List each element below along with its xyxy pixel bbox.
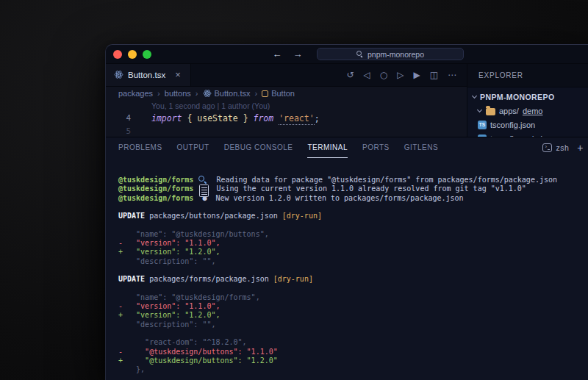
react-icon (203, 89, 212, 98)
next-change-icon[interactable]: ▷ (397, 70, 404, 80)
new-terminal-button[interactable] (577, 143, 584, 153)
split-editor-icon[interactable]: ◫ (430, 70, 438, 80)
command-center-search[interactable]: pnpm-monorepo (317, 48, 464, 60)
terminal-line: @tuskdesign/forms ● New version 1.2.0 wr… (118, 194, 588, 203)
tree-item-tsconfig-json[interactable]: tsconfig.json (467, 118, 588, 132)
previous-change-icon[interactable]: ◁ (363, 70, 370, 80)
terminal-line (118, 284, 588, 293)
breadcrumb-separator (157, 89, 160, 98)
zoom-window-button[interactable] (143, 50, 151, 59)
terminal-output[interactable]: @tuskdesign/forms Reading data for packa… (106, 158, 588, 380)
terminal-line: + "@tuskdesign/buttons": "1.2.0" (118, 356, 588, 365)
line-number: 5 (106, 125, 141, 137)
panel-tab-gitlens[interactable]: GITLENS (404, 137, 438, 158)
vscode-window: pnpm-monorepo Button.tsx ↺◁○▷▶◫⋯ package… (105, 44, 588, 380)
search-icon (198, 176, 207, 184)
back-icon[interactable] (270, 47, 284, 61)
breadcrumb-item[interactable]: packages (118, 89, 153, 98)
react-icon (114, 70, 123, 79)
panel-tab-debug-console[interactable]: DEBUG CONSOLE (224, 137, 293, 158)
breadcrumb-item[interactable]: Button (262, 89, 295, 98)
file-icon (198, 184, 207, 193)
history-nav (270, 47, 304, 61)
terminal-line (118, 203, 588, 212)
terminal-icon (542, 143, 552, 152)
panel-tabs: PROBLEMSOUTPUTDEBUG CONSOLETERMINALPORTS… (106, 137, 588, 158)
explorer-tree: PNPM-MONOREPO apps/demotsconfig.jsontsco… (467, 87, 588, 137)
editor-tab-bar: Button.tsx ↺◁○▷▶◫⋯ (106, 64, 467, 87)
panel-tab-ports[interactable]: PORTS (362, 137, 390, 158)
folder-icon (486, 108, 495, 115)
terminal-line (118, 221, 588, 229)
shell-label: zsh (556, 143, 569, 152)
tree-items: apps/demotsconfig.jsontsconfig.node.json (467, 104, 588, 137)
explorer-sidebar: EXPLORER PNPM-MONOREPO apps/demotsconfig… (467, 64, 588, 137)
line-number: 4 (106, 112, 141, 125)
terminal-line (118, 329, 588, 338)
breadcrumb-separator (254, 89, 257, 98)
code-line: 4 import { useState } from 'react'; (106, 112, 467, 125)
explorer-header: EXPLORER (467, 64, 588, 87)
ts-icon (478, 121, 487, 129)
breadcrumb-separator (196, 89, 198, 98)
terminal-line: - "@tuskdesign/buttons": "1.1.0" (118, 348, 588, 356)
terminal-line: "description": "", (118, 320, 588, 329)
terminal-line (118, 266, 588, 275)
traffic-lights (113, 50, 151, 59)
terminal-line: + "version": "1.2.0", (118, 311, 588, 320)
gitlens-blame-annotation: You, 1 second ago | 1 author (You) (151, 101, 467, 112)
compare-changes-icon[interactable]: ○ (380, 70, 387, 80)
terminal-line: "description": "", (118, 257, 588, 266)
chevron-down-icon (477, 107, 482, 112)
terminal-line: - "version": "1.1.0", (118, 302, 588, 311)
terminal-line: @tuskdesign/forms Reading data for packa… (118, 176, 588, 184)
terminal-line: - "version": "1.1.0", (118, 239, 588, 248)
terminal-line: }, (118, 365, 588, 374)
breadcrumb-item[interactable]: Button.tsx (203, 89, 251, 98)
terminal-instance-zsh[interactable]: zsh (542, 143, 569, 152)
run-icon[interactable]: ▶ (413, 70, 420, 80)
terminal-line: "name": "@tuskdesign/buttons", (118, 230, 588, 239)
search-icon (356, 51, 364, 58)
panel-tab-terminal[interactable]: TERMINAL (307, 137, 348, 158)
symbol-icon (262, 90, 268, 97)
terminal-line: + "version": "1.2.0", (118, 248, 588, 257)
desktop-background: pnpm-monorepo Button.tsx ↺◁○▷▶◫⋯ package… (0, 0, 588, 380)
close-window-button[interactable] (113, 50, 122, 59)
breadcrumb: packagesbuttonsButton.tsxButton (106, 87, 467, 101)
chevron-down-icon (472, 93, 477, 98)
tab-button-tsx[interactable]: Button.tsx (106, 64, 191, 86)
terminal-line: UPDATE packages/forms/package.json [dry-… (118, 275, 588, 284)
forward-icon[interactable] (291, 47, 304, 61)
close-tab-icon[interactable] (173, 69, 182, 80)
terminal-line: "react-dom": "^18.2.0", (118, 338, 588, 347)
code-line-clipped: 5 (106, 125, 467, 137)
more-actions-icon[interactable]: ⋯ (448, 70, 456, 80)
terminal-line: UPDATE packages/buttons/package.json [dr… (118, 212, 588, 221)
search-value: pnpm-monorepo (368, 50, 424, 59)
tree-item-tsconfig-node-json[interactable]: tsconfig.node.json (467, 132, 588, 137)
code-editor[interactable]: You, 1 second ago | 1 author (You) 4 imp… (106, 101, 467, 137)
minimize-window-button[interactable] (128, 50, 137, 59)
terminal-line: "name": "@tuskdesign/forms", (118, 293, 588, 302)
tree-item-apps-demo[interactable]: apps/demo (467, 104, 588, 118)
editor-actions: ↺◁○▷▶◫⋯ (346, 64, 467, 86)
timeline-icon[interactable]: ↺ (346, 70, 354, 80)
bottom-panel: PROBLEMSOUTPUTDEBUG CONSOLETERMINALPORTS… (106, 137, 588, 380)
upper-region: Button.tsx ↺◁○▷▶◫⋯ packagesbuttonsButton… (106, 64, 588, 137)
editor-column: Button.tsx ↺◁○▷▶◫⋯ packagesbuttonsButton… (106, 64, 467, 137)
panel-tab-output[interactable]: OUTPUT (177, 137, 209, 158)
tree-root-pnpm-monorepo[interactable]: PNPM-MONOREPO (467, 90, 588, 104)
code-content: import { useState } from 'react'; (151, 112, 320, 125)
breadcrumb-item[interactable]: buttons (165, 89, 191, 98)
panel-tab-problems[interactable]: PROBLEMS (118, 137, 162, 158)
terminal-line: @tuskdesign/forms Using the current vers… (118, 184, 588, 193)
title-bar: pnpm-monorepo (106, 45, 588, 64)
panel-right-controls: zsh (542, 137, 584, 158)
tab-label: Button.tsx (128, 71, 165, 79)
